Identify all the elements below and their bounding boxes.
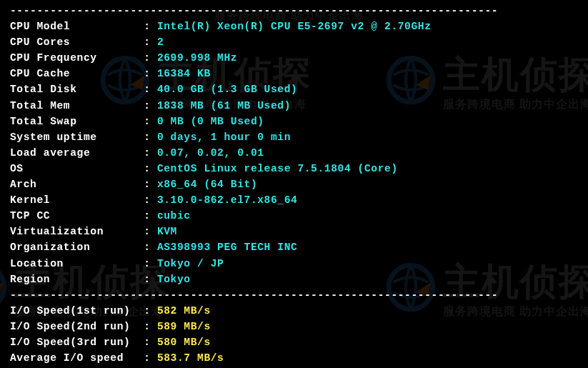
spec-row-spec-2: CPU Frequency : 2699.998 MHz — [10, 50, 578, 66]
spec-value: 0.07, 0.02, 0.01 — [157, 147, 264, 159]
spec-value: 582 MB/s — [157, 305, 211, 317]
spec-row-spec-10: Arch : x86_64 (64 Bit) — [10, 176, 578, 192]
colon: : — [144, 21, 157, 32]
colon: : — [144, 36, 157, 48]
spec-label: Total Swap — [10, 116, 144, 127]
spec-value: 3.10.0-862.el7.x86_64 — [157, 194, 298, 206]
colon: : — [144, 163, 157, 174]
spec-label: Arch — [10, 179, 144, 190]
spec-value: 1838 MB (61 MB Used) — [157, 100, 291, 111]
terminal-output: ----------------------------------------… — [0, 0, 588, 368]
spec-value: Tokyo — [157, 274, 191, 285]
spec-value: AS398993 PEG TECH INC — [157, 242, 298, 253]
spec-label: Kernel — [10, 194, 144, 206]
spec-label: Region — [10, 274, 144, 285]
colon: : — [144, 84, 157, 95]
spec-row-spec-5: Total Mem : 1838 MB (61 MB Used) — [10, 98, 578, 114]
colon: : — [144, 116, 157, 127]
spec-value: KVM — [157, 226, 177, 237]
spec-label: Total Mem — [10, 100, 144, 111]
spec-label: I/O Speed(3rd run) — [10, 337, 144, 348]
spec-label: CPU Cache — [10, 68, 144, 79]
spec-label: TCP CC — [10, 210, 144, 222]
colon: : — [144, 242, 157, 253]
spec-value: 589 MB/s — [157, 321, 211, 332]
colon: : — [144, 258, 157, 269]
spec-label: CPU Cores — [10, 36, 144, 48]
spec-value: 580 MB/s — [157, 337, 211, 348]
spec-value: 40.0 GB (1.3 GB Used) — [157, 84, 298, 95]
colon: : — [144, 321, 157, 332]
spec-label: CPU Model — [10, 21, 144, 32]
colon: : — [144, 337, 157, 348]
colon: : — [144, 274, 157, 285]
colon: : — [144, 147, 157, 159]
spec-label: Total Disk — [10, 84, 144, 95]
separator-top: ----------------------------------------… — [10, 3, 578, 19]
spec-label: I/O Speed(2nd run) — [10, 321, 144, 332]
spec-value: x86_64 (64 Bit) — [157, 179, 257, 190]
spec-row-io-2: I/O Speed(3rd run) : 580 MB/s — [10, 334, 578, 350]
spec-label: Load average — [10, 147, 144, 159]
spec-label: Average I/O speed — [10, 352, 144, 364]
spec-row-spec-9: OS : CentOS Linux release 7.5.1804 (Core… — [10, 161, 578, 176]
spec-row-spec-6: Total Swap : 0 MB (0 MB Used) — [10, 114, 578, 129]
spec-row-spec-0: CPU Model : Intel(R) Xeon(R) CPU E5-2697… — [10, 19, 578, 34]
colon: : — [144, 52, 157, 64]
spec-value: Tokyo / JP — [157, 258, 224, 269]
spec-label: CPU Frequency — [10, 52, 144, 64]
spec-row-spec-4: Total Disk : 40.0 GB (1.3 GB Used) — [10, 81, 578, 97]
colon: : — [144, 305, 157, 317]
spec-row-spec-13: Virtualization : KVM — [10, 224, 578, 239]
spec-row-io-1: I/O Speed(2nd run) : 589 MB/s — [10, 319, 578, 334]
spec-label: I/O Speed(1st run) — [10, 305, 144, 317]
spec-label: OS — [10, 163, 144, 174]
spec-row-spec-16: Region : Tokyo — [10, 272, 578, 287]
spec-row-io-3: Average I/O speed : 583.7 MB/s — [10, 350, 578, 366]
spec-row-spec-11: Kernel : 3.10.0-862.el7.x86_64 — [10, 192, 578, 208]
spec-value: Intel(R) Xeon(R) CPU E5-2697 v2 @ 2.70GH… — [157, 21, 432, 32]
spec-row-spec-14: Organization : AS398993 PEG TECH INC — [10, 239, 578, 255]
colon: : — [144, 210, 157, 222]
spec-row-spec-7: System uptime : 0 days, 1 hour 0 min — [10, 129, 578, 145]
spec-value: 2 — [157, 36, 164, 48]
spec-label: System uptime — [10, 131, 144, 143]
colon: : — [144, 226, 157, 237]
colon: : — [144, 100, 157, 111]
colon: : — [144, 194, 157, 206]
spec-row-spec-3: CPU Cache : 16384 KB — [10, 66, 578, 81]
spec-value: 583.7 MB/s — [157, 352, 224, 364]
colon: : — [144, 352, 157, 364]
colon: : — [144, 131, 157, 143]
spec-label: Location — [10, 258, 144, 269]
spec-value: 0 days, 1 hour 0 min — [157, 131, 291, 143]
spec-value: cubic — [157, 210, 191, 222]
colon: : — [144, 68, 157, 79]
spec-row-spec-12: TCP CC : cubic — [10, 208, 578, 224]
spec-row-spec-1: CPU Cores : 2 — [10, 34, 578, 50]
spec-label: Virtualization — [10, 226, 144, 237]
spec-row-spec-8: Load average : 0.07, 0.02, 0.01 — [10, 145, 578, 161]
spec-value: CentOS Linux release 7.5.1804 (Core) — [157, 163, 398, 174]
spec-value: 16384 KB — [157, 68, 211, 79]
separator-mid: ----------------------------------------… — [10, 287, 578, 303]
spec-value: 0 MB (0 MB Used) — [157, 116, 264, 127]
spec-label: Organization — [10, 242, 144, 253]
spec-value: 2699.998 MHz — [157, 52, 237, 64]
spec-row-io-0: I/O Speed(1st run) : 582 MB/s — [10, 303, 578, 319]
colon: : — [144, 179, 157, 190]
spec-row-spec-15: Location : Tokyo / JP — [10, 256, 578, 272]
